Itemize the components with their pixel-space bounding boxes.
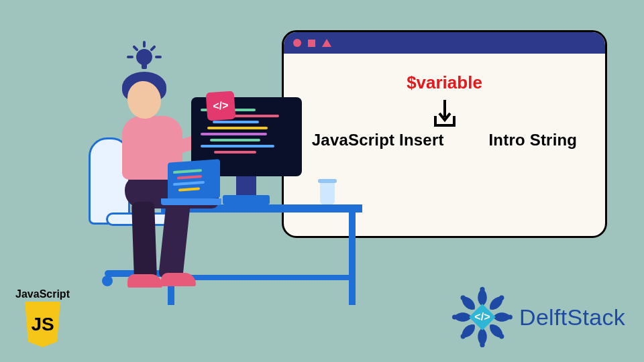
concept-text-row: JavaScript Insert Intro String: [284, 131, 605, 149]
coffee-cup: [320, 182, 335, 204]
concept-text-left: JavaScript Insert: [312, 131, 444, 149]
svg-rect-3: [155, 56, 162, 58]
svg-point-7: [480, 287, 484, 292]
svg-point-14: [461, 296, 466, 300]
concept-text-right: Intro String: [489, 131, 578, 149]
window-content: $variable JavaScript Insert Intro String: [284, 54, 605, 149]
svg-rect-4: [127, 56, 133, 58]
svg-point-0: [136, 49, 152, 65]
desk-crossbar: [168, 275, 356, 280]
monitor-stand: [236, 176, 256, 196]
javascript-shield-text: JS: [31, 314, 54, 335]
javascript-badge: JavaScript JS: [11, 288, 74, 347]
variable-label: $variable: [284, 72, 605, 93]
insert-arrow-icon: [431, 99, 458, 127]
person-head: [127, 81, 161, 119]
svg-rect-6: [132, 45, 139, 52]
delftstack-logo: </> DelftStack: [452, 287, 625, 347]
delftstack-mandala-icon: </>: [452, 287, 513, 347]
coffee-cup-lid: [318, 179, 337, 183]
monitor-base: [223, 195, 270, 204]
svg-point-9: [508, 314, 513, 319]
javascript-shield-icon: JS: [23, 302, 63, 347]
window-titlebar: [284, 32, 605, 54]
developer-illustration: </>: [60, 37, 329, 298]
desk-leg: [349, 213, 356, 305]
svg-point-12: [461, 334, 466, 339]
person-leg: [131, 201, 157, 279]
svg-text:</>: </>: [474, 310, 490, 322]
person-shoe: [127, 274, 162, 288]
svg-rect-1: [142, 64, 147, 69]
chair-wheel: [102, 276, 113, 286]
svg-rect-5: [150, 45, 156, 52]
svg-point-10: [499, 334, 504, 339]
delftstack-brand-text: DelftStack: [519, 304, 625, 330]
svg-point-11: [480, 343, 484, 347]
person-shoe: [161, 273, 196, 286]
svg-rect-2: [143, 41, 146, 48]
code-tag-icon: </>: [206, 91, 236, 121]
laptop-keyboard: [161, 198, 221, 205]
svg-point-8: [499, 296, 504, 300]
svg-point-13: [452, 314, 457, 319]
lightbulb-icon: [124, 37, 164, 77]
laptop: [168, 159, 220, 201]
javascript-label: JavaScript: [11, 288, 74, 300]
